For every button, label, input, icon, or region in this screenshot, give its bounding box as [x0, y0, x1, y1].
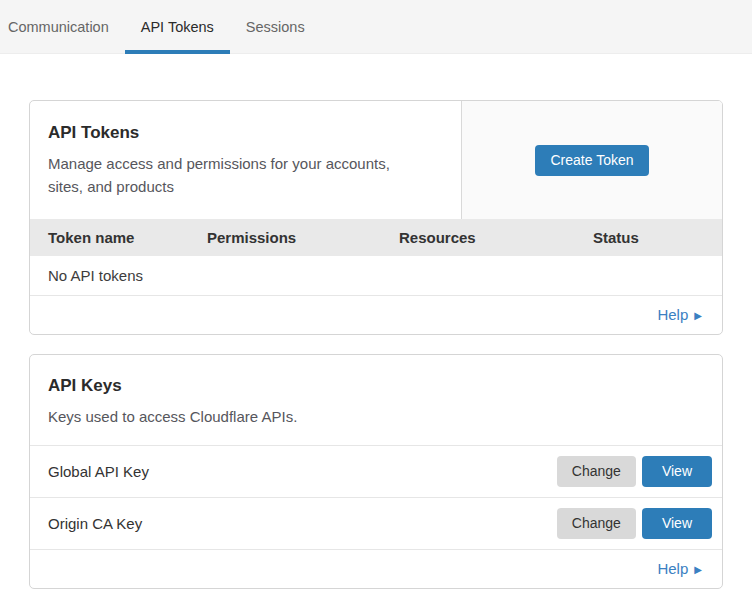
help-link-label: Help [657, 560, 688, 577]
api-keys-title: API Keys [48, 376, 704, 396]
column-header-resources: Resources [381, 219, 575, 256]
api-keys-help-link[interactable]: Help ▶ [657, 560, 702, 577]
tab-communication[interactable]: Communication [8, 0, 125, 53]
api-key-row-global: Global API Key Change View [30, 446, 722, 498]
column-header-status: Status [575, 219, 722, 256]
api-keys-card: API Keys Keys used to access Cloudflare … [29, 354, 723, 589]
api-tokens-card: API Tokens Manage access and permissions… [29, 100, 723, 335]
empty-state-text: No API tokens [30, 256, 722, 296]
view-global-api-key-button[interactable]: View [642, 456, 712, 487]
api-key-actions: Change View [557, 508, 712, 539]
api-tokens-table: Token name Permissions Resources Status … [30, 219, 722, 296]
empty-state-row: No API tokens [30, 256, 722, 296]
view-origin-ca-key-button[interactable]: View [642, 508, 712, 539]
change-global-api-key-button[interactable]: Change [557, 456, 636, 487]
api-tokens-card-header-actions: Create Token [461, 101, 722, 219]
create-token-button[interactable]: Create Token [535, 145, 648, 176]
api-tokens-help-link[interactable]: Help ▶ [657, 306, 702, 323]
tab-api-tokens[interactable]: API Tokens [125, 0, 230, 53]
api-tokens-card-header: API Tokens Manage access and permissions… [30, 101, 722, 219]
table-header-row: Token name Permissions Resources Status [30, 219, 722, 256]
help-arrow-icon: ▶ [694, 311, 702, 321]
column-header-token-name: Token name [30, 219, 189, 256]
settings-tab-bar: Communication API Tokens Sessions [0, 0, 752, 54]
api-key-actions: Change View [557, 456, 712, 487]
api-tokens-description: Manage access and permissions for your a… [48, 152, 421, 199]
api-key-label: Global API Key [48, 463, 149, 480]
tab-sessions[interactable]: Sessions [230, 0, 321, 53]
api-keys-description: Keys used to access Cloudflare APIs. [48, 405, 704, 428]
api-tokens-title: API Tokens [48, 123, 421, 143]
api-key-row-origin-ca: Origin CA Key Change View [30, 498, 722, 550]
api-key-label: Origin CA Key [48, 515, 142, 532]
api-tokens-card-footer: Help ▶ [30, 296, 722, 334]
api-keys-card-header: API Keys Keys used to access Cloudflare … [30, 355, 722, 446]
change-origin-ca-key-button[interactable]: Change [557, 508, 636, 539]
help-link-label: Help [657, 306, 688, 323]
api-keys-card-footer: Help ▶ [30, 550, 722, 588]
column-header-permissions: Permissions [189, 219, 381, 256]
api-tokens-card-header-text: API Tokens Manage access and permissions… [30, 101, 461, 219]
help-arrow-icon: ▶ [694, 565, 702, 575]
